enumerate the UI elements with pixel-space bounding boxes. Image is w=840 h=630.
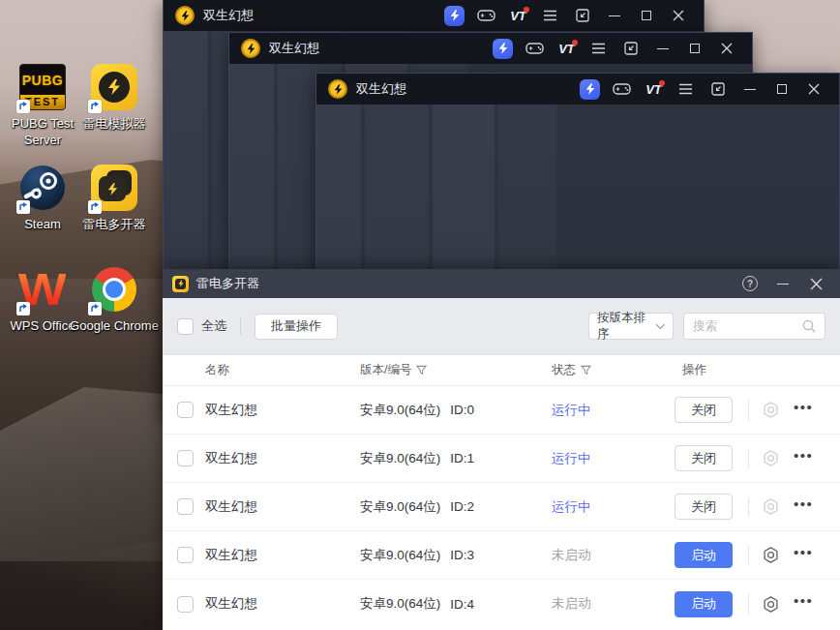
instance-status: 运行中 bbox=[552, 498, 591, 516]
instance-id: ID:4 bbox=[450, 597, 474, 612]
header-status: 状态 bbox=[552, 362, 576, 378]
header-version: 版本/编号 bbox=[360, 362, 411, 378]
instance-row: 双生幻想 安卓9.0(64位) ID:2 运行中 关闭 ••• bbox=[163, 483, 840, 531]
select-all-label: 全选 bbox=[201, 317, 226, 335]
header-name: 名称 bbox=[205, 362, 360, 378]
instance-action-button[interactable]: 关闭 bbox=[675, 397, 733, 423]
row-checkbox[interactable] bbox=[177, 547, 194, 563]
ldplayer-logo-icon bbox=[175, 6, 195, 25]
shortcut-arrow-icon bbox=[88, 302, 102, 315]
emulator-titlebar[interactable]: 双生幻想 VT bbox=[229, 33, 752, 64]
mini-window-icon[interactable] bbox=[702, 74, 734, 105]
window-title: 双生幻想 bbox=[203, 7, 438, 24]
divider bbox=[748, 497, 749, 517]
instance-table: 名称 版本/编号 状态 操作 双生幻想 安卓9.0(64位) ID:0 运行中 … bbox=[163, 355, 840, 630]
search-icon bbox=[802, 319, 816, 333]
manager-titlebar[interactable]: 雷电多开器 ? bbox=[163, 269, 840, 298]
more-options-icon[interactable]: ••• bbox=[794, 596, 813, 612]
instance-status: 运行中 bbox=[552, 402, 591, 419]
select-all-checkbox[interactable] bbox=[177, 318, 194, 335]
filter-icon[interactable] bbox=[581, 365, 591, 375]
batch-operations-button[interactable]: 批量操作 bbox=[255, 314, 338, 340]
maximize-button[interactable] bbox=[765, 74, 797, 105]
maximize-button[interactable] bbox=[630, 0, 662, 31]
desktop-icon-label: WPS Office bbox=[11, 317, 75, 334]
instance-name: 双生幻想 bbox=[205, 595, 360, 613]
row-checkbox[interactable] bbox=[177, 498, 194, 515]
table-body: 双生幻想 安卓9.0(64位) ID:0 运行中 关闭 ••• 双生幻想 安卓9… bbox=[163, 386, 840, 628]
gamepad-icon[interactable] bbox=[519, 33, 551, 64]
notification-dot bbox=[572, 40, 578, 45]
minimize-button[interactable] bbox=[646, 33, 678, 64]
help-button[interactable]: ? bbox=[734, 269, 766, 298]
boost-icon[interactable] bbox=[574, 74, 606, 105]
mini-window-icon[interactable] bbox=[615, 33, 646, 64]
emulator-titlebar[interactable]: 双生幻想 VT bbox=[164, 0, 704, 31]
divider bbox=[748, 401, 749, 420]
vt-virtualization-indicator[interactable]: VT bbox=[551, 33, 583, 64]
sort-dropdown[interactable]: 按版本排序 bbox=[588, 313, 674, 340]
row-checkbox[interactable] bbox=[177, 450, 194, 466]
desktop-icon-label: 雷电模拟器 bbox=[83, 115, 146, 132]
divider bbox=[748, 546, 749, 565]
menu-icon[interactable] bbox=[670, 74, 702, 105]
more-options-icon[interactable]: ••• bbox=[794, 451, 813, 466]
help-icon: ? bbox=[742, 276, 758, 291]
boost-icon[interactable] bbox=[438, 0, 470, 31]
desktop-icon-ld-multi[interactable]: 雷电多开器 bbox=[70, 165, 159, 232]
instance-settings-icon[interactable] bbox=[762, 401, 780, 419]
ldplayer-logo-icon bbox=[328, 79, 347, 99]
more-options-icon[interactable]: ••• bbox=[794, 548, 813, 563]
instance-action-button[interactable]: 启动 bbox=[675, 542, 733, 568]
window-title: 雷电多开器 bbox=[196, 275, 734, 292]
instance-row: 双生幻想 安卓9.0(64位) ID:1 运行中 关闭 ••• bbox=[163, 435, 840, 483]
desktop-icon-ldplayer[interactable]: 雷电模拟器 bbox=[70, 64, 159, 132]
instance-settings-icon[interactable] bbox=[762, 497, 780, 516]
minimize-button[interactable] bbox=[734, 74, 765, 105]
instance-version: 安卓9.0(64位) bbox=[360, 498, 440, 516]
vt-virtualization-indicator[interactable]: VT bbox=[502, 0, 534, 31]
gamepad-icon[interactable] bbox=[470, 0, 502, 31]
vt-virtualization-indicator[interactable]: VT bbox=[638, 74, 670, 105]
search-input[interactable] bbox=[693, 319, 802, 333]
instance-version: 安卓9.0(64位) bbox=[360, 595, 440, 613]
boost-icon[interactable] bbox=[487, 33, 519, 64]
row-checkbox[interactable] bbox=[177, 402, 194, 418]
instance-id: ID:0 bbox=[450, 403, 474, 417]
search-box[interactable] bbox=[683, 313, 825, 340]
row-checkbox[interactable] bbox=[177, 596, 194, 613]
more-options-icon[interactable]: ••• bbox=[794, 499, 813, 515]
notification-dot bbox=[659, 80, 665, 86]
close-button[interactable] bbox=[662, 0, 694, 31]
desktop-icon-chrome[interactable]: Google Chrome bbox=[70, 266, 159, 334]
close-button[interactable] bbox=[797, 74, 829, 105]
instance-action-button[interactable]: 关闭 bbox=[675, 494, 733, 520]
instance-settings-icon[interactable] bbox=[762, 449, 780, 467]
instance-version: 安卓9.0(64位) bbox=[360, 402, 440, 419]
instance-action-button[interactable]: 启动 bbox=[675, 591, 733, 617]
maximize-button[interactable] bbox=[678, 33, 710, 64]
close-button[interactable] bbox=[710, 33, 742, 64]
minimize-button[interactable] bbox=[598, 0, 630, 31]
instance-settings-icon[interactable] bbox=[762, 595, 780, 614]
emulator-titlebar[interactable]: 双生幻想 VT bbox=[316, 74, 839, 105]
ldplayer-logo-icon bbox=[241, 39, 260, 58]
filter-icon[interactable] bbox=[416, 365, 427, 375]
instance-settings-icon[interactable] bbox=[762, 546, 780, 564]
gamepad-icon[interactable] bbox=[606, 74, 638, 105]
more-options-icon[interactable]: ••• bbox=[794, 403, 813, 418]
desktop-icon-label: Steam bbox=[24, 216, 61, 232]
menu-icon[interactable] bbox=[583, 33, 615, 64]
chevron-down-icon bbox=[655, 323, 665, 330]
mini-window-icon[interactable] bbox=[566, 0, 598, 31]
instance-id: ID:3 bbox=[450, 548, 474, 562]
instance-action-button[interactable]: 关闭 bbox=[675, 445, 733, 471]
instance-status: 未启动 bbox=[552, 595, 591, 613]
menu-icon[interactable] bbox=[534, 0, 566, 31]
close-button[interactable] bbox=[799, 269, 832, 298]
instance-row: 双生幻想 安卓9.0(64位) ID:3 未启动 启动 ••• bbox=[163, 531, 840, 580]
instance-version: 安卓9.0(64位) bbox=[360, 547, 440, 564]
minimize-button[interactable] bbox=[766, 269, 799, 298]
instance-status: 未启动 bbox=[552, 547, 591, 564]
desktop-icon-label: Google Chrome bbox=[70, 317, 159, 334]
